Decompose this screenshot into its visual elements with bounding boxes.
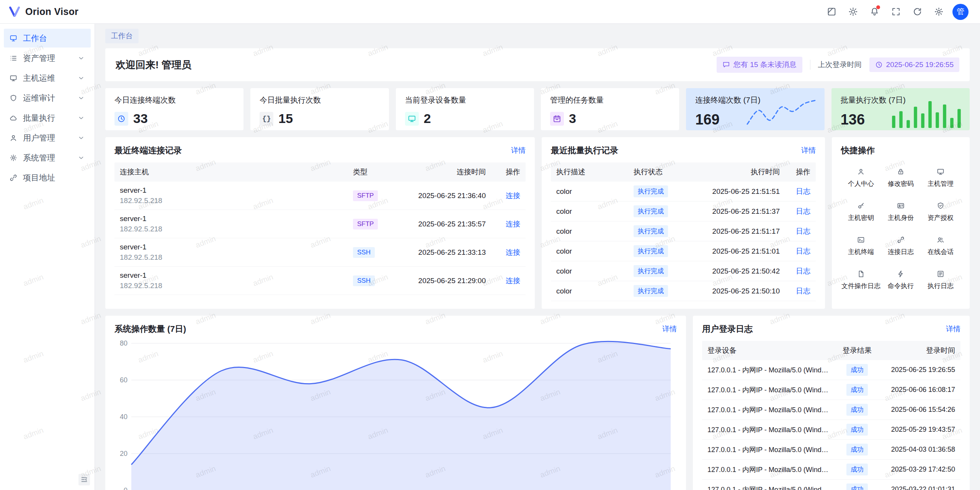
quick-action-item[interactable]: 主机身份 bbox=[881, 202, 921, 222]
host-ip: 182.92.5.218 bbox=[120, 282, 342, 290]
quick-action-item[interactable]: 文件操作日志 bbox=[841, 270, 881, 290]
sidebar-item[interactable]: 运维审计 bbox=[4, 88, 91, 107]
connect-link[interactable]: 连接 bbox=[506, 277, 520, 285]
sidebar-item[interactable]: 资产管理 bbox=[4, 49, 91, 67]
theme-icon[interactable] bbox=[824, 4, 839, 20]
key-icon bbox=[857, 202, 865, 210]
sidebar-item[interactable]: 主机运维 bbox=[4, 69, 91, 87]
notification-icon[interactable] bbox=[867, 4, 882, 20]
top-bar: Orion Visor 管 bbox=[0, 0, 980, 24]
sidebar-item[interactable]: 工作台 bbox=[4, 29, 91, 48]
quick-action-item[interactable]: 个人中心 bbox=[841, 168, 881, 188]
log-link[interactable]: 日志 bbox=[796, 267, 810, 275]
braces-icon: {} bbox=[260, 112, 273, 126]
settings-icon[interactable] bbox=[931, 4, 946, 20]
sidebar-item[interactable]: 批量执行 bbox=[4, 108, 91, 127]
connect-link[interactable]: 连接 bbox=[506, 192, 520, 200]
exec-detail-link[interactable]: 详情 bbox=[801, 146, 816, 156]
brightness-icon[interactable] bbox=[845, 4, 861, 20]
dashboard-icon bbox=[10, 34, 17, 42]
chevron-down-icon bbox=[77, 134, 85, 142]
sidebar-item[interactable]: 用户管理 bbox=[4, 128, 91, 147]
host-name: server-1 bbox=[120, 271, 342, 280]
login-device: 127.0.0.1 - 内网IP - Mozilla/5.0 (Windows … bbox=[702, 441, 836, 458]
quick-action-label: 主机管理 bbox=[928, 179, 954, 188]
sidebar-collapse-button[interactable] bbox=[78, 474, 90, 485]
table-row: color 执行完成 2025-06-25 21:50:42 日志 bbox=[551, 261, 816, 281]
table-row: color 执行完成 2025-06-25 21:51:51 日志 bbox=[551, 182, 816, 202]
exec-status-tag: 执行完成 bbox=[634, 225, 668, 237]
login-result-tag: 成功 bbox=[846, 364, 868, 376]
connect-link[interactable]: 连接 bbox=[506, 248, 520, 256]
table-row: color 执行完成 2025-06-25 21:51:37 日志 bbox=[551, 202, 816, 221]
welcome-title: 欢迎回来! 管理员 bbox=[116, 58, 191, 72]
quick-action-item[interactable]: 连接日志 bbox=[881, 236, 921, 256]
connect-link[interactable]: 连接 bbox=[506, 220, 520, 228]
table-row: 127.0.0.1 - 内网IP - Mozilla/5.0 (Windows … bbox=[702, 480, 960, 490]
table-row: 127.0.0.1 - 内网IP - Mozilla/5.0 (Windows … bbox=[702, 380, 960, 400]
quick-action-item[interactable]: 执行日志 bbox=[921, 270, 960, 290]
log-link[interactable]: 日志 bbox=[796, 187, 810, 195]
top-bar-actions: 管 bbox=[824, 4, 969, 20]
exec-time: 2025-06-25 21:50:10 bbox=[689, 283, 785, 299]
log-link[interactable]: 日志 bbox=[796, 207, 810, 215]
asset-list-icon bbox=[10, 54, 17, 62]
quick-action-item[interactable]: 主机密钥 bbox=[841, 202, 881, 222]
login-device: 127.0.0.1 - 内网IP - Mozilla/5.0 (Windows … bbox=[702, 481, 836, 490]
stat-card-terminal-today: 今日连接终端次数 33 bbox=[105, 88, 243, 130]
log-link[interactable]: 日志 bbox=[796, 287, 810, 295]
system-operations-chart: 0204060802025-06-192025-06-202025-06-212… bbox=[114, 339, 677, 490]
quick-action-item[interactable]: 修改密码 bbox=[881, 168, 921, 188]
batch-cloud-icon bbox=[10, 114, 17, 122]
lock-icon bbox=[897, 168, 905, 175]
panel-title: 系统操作数量 (7日) bbox=[114, 323, 186, 335]
quick-action-label: 个人中心 bbox=[848, 179, 874, 188]
login-device: 127.0.0.1 - 内网IP - Mozilla/5.0 (Windows … bbox=[702, 461, 836, 478]
quick-action-item[interactable]: 在线会话 bbox=[921, 236, 960, 256]
sidebar-item[interactable]: 系统管理 bbox=[4, 148, 91, 167]
host-ip: 182.92.5.218 bbox=[120, 253, 342, 262]
chevron-down-icon bbox=[77, 114, 85, 122]
recent-connections-panel: 最近终端连接记录 详情 连接主机 类型 连接时间 操作 server-1 bbox=[105, 137, 535, 309]
recent-exec-panel: 最近批量执行记录 详情 执行描述 执行状态 执行时间 操作 color 执行完成 bbox=[542, 137, 825, 309]
avatar[interactable]: 管 bbox=[952, 4, 969, 20]
log-link[interactable]: 日志 bbox=[796, 227, 810, 235]
log-link[interactable]: 日志 bbox=[796, 247, 810, 255]
login-device: 127.0.0.1 - 内网IP - Mozilla/5.0 (Windows … bbox=[702, 421, 836, 438]
login-logs-table: 127.0.0.1 - 内网IP - Mozilla/5.0 (Windows … bbox=[702, 360, 960, 490]
file-icon bbox=[857, 270, 865, 278]
table-row: color 执行完成 2025-06-25 21:51:01 日志 bbox=[551, 241, 816, 261]
table-row: 127.0.0.1 - 内网IP - Mozilla/5.0 (Windows … bbox=[702, 460, 960, 480]
exec-status-tag: 执行完成 bbox=[634, 285, 668, 297]
quick-action-label: 资产授权 bbox=[928, 213, 954, 222]
table-row: 127.0.0.1 - 内网IP - Mozilla/5.0 (Windows … bbox=[702, 400, 960, 420]
sidebar-item[interactable]: 项目地址 bbox=[4, 168, 91, 187]
exec-bars-sparkline bbox=[890, 98, 963, 128]
clock-icon bbox=[114, 112, 128, 126]
quick-action-item[interactable]: 命令执行 bbox=[881, 270, 921, 290]
login-logs-detail-link[interactable]: 详情 bbox=[946, 324, 960, 334]
quick-actions-grid: 个人中心 修改密码 主机管理 主机密钥 bbox=[841, 168, 960, 290]
exec-time: 2025-06-25 21:51:51 bbox=[689, 184, 785, 200]
stat-card-exec-7d: 批量执行次数 (7日) 136 bbox=[831, 88, 970, 130]
breadcrumb-item[interactable]: 工作台 bbox=[105, 29, 139, 43]
quick-action-item[interactable]: 主机管理 bbox=[921, 168, 960, 188]
chevron-down-icon bbox=[77, 74, 85, 82]
message-icon bbox=[722, 61, 730, 69]
system-chart-detail-link[interactable]: 详情 bbox=[662, 324, 677, 334]
exec-time: 2025-06-25 21:51:01 bbox=[689, 243, 785, 259]
logo-icon bbox=[8, 6, 21, 18]
quick-action-label: 主机密钥 bbox=[848, 213, 874, 222]
refresh-icon[interactable] bbox=[910, 4, 925, 20]
exec-desc: color bbox=[551, 283, 628, 299]
exec-desc: color bbox=[551, 263, 628, 279]
quick-action-item[interactable]: 主机终端 bbox=[841, 236, 881, 256]
chevron-down-icon bbox=[77, 94, 85, 102]
terminal-trend-sparkline bbox=[745, 98, 818, 126]
fullscreen-icon[interactable] bbox=[888, 4, 903, 20]
connect-time: 2025-06-25 21:29:00 bbox=[394, 272, 491, 290]
unread-messages-badge[interactable]: 您有 15 条未读消息 bbox=[717, 57, 802, 73]
stat-card-exec-today: 今日批量执行次数 {}15 bbox=[250, 88, 389, 130]
connections-detail-link[interactable]: 详情 bbox=[511, 146, 526, 156]
quick-action-item[interactable]: 资产授权 bbox=[921, 202, 960, 222]
